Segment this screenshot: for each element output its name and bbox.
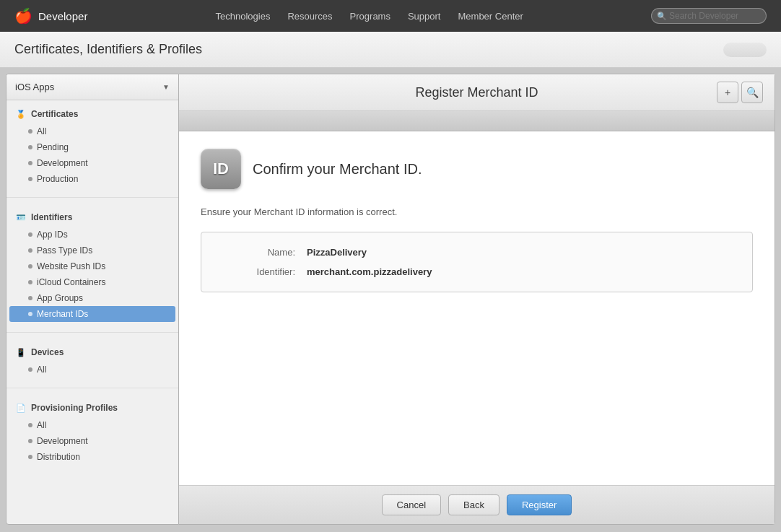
header-actions: + 🔍 (717, 82, 763, 103)
nav-programs[interactable]: Programs (350, 11, 390, 22)
identifier-row: Identifier: merchant.com.pizzadelivery (223, 266, 730, 277)
sidebar-item-provisioning-all[interactable]: All (6, 417, 178, 433)
name-row: Name: PizzaDelivery (223, 247, 730, 258)
confirm-header: ID Confirm your Merchant ID. (201, 149, 753, 189)
bullet-icon (28, 439, 32, 443)
bullet-icon (28, 296, 32, 300)
content-panel: Register Merchant ID + 🔍 ID Confirm your… (179, 74, 775, 525)
content-header: Register Merchant ID + 🔍 (179, 74, 775, 111)
provisioning-icon: 📄 (15, 402, 27, 414)
page-header: Certificates, Identifiers & Profiles (0, 32, 781, 68)
identifiers-section: 🪪 Identifiers App IDs Pass Type IDs Webs… (6, 204, 178, 326)
bullet-icon (28, 312, 32, 316)
merchant-ids-label: Merchant IDs (37, 309, 88, 319)
bullet-icon (28, 129, 32, 134)
page-title: Certificates, Identifiers & Profiles (14, 42, 202, 57)
bullet-icon (28, 248, 32, 253)
identifier-label: Identifier: (223, 266, 295, 277)
sidebar-item-merchant-ids[interactable]: Merchant IDs (9, 306, 175, 322)
sidebar-item-cert-development[interactable]: Development (6, 155, 178, 171)
nav-technologies[interactable]: Technologies (216, 11, 271, 22)
chevron-down-icon: ▼ (162, 83, 170, 91)
provisioning-label: Provisioning Profiles (31, 403, 118, 413)
sidebar-item-cert-all[interactable]: All (6, 123, 178, 139)
nav-resources[interactable]: Resources (287, 11, 332, 22)
apple-logo-icon: 🍎 (14, 7, 32, 25)
search-input[interactable] (651, 8, 767, 24)
cert-pending-label: Pending (37, 142, 69, 152)
sidebar-item-app-groups[interactable]: App Groups (6, 290, 178, 306)
pass-type-ids-label: Pass Type IDs (37, 245, 92, 256)
nav-member-center[interactable]: Member Center (458, 11, 523, 22)
sidebar-item-app-ids[interactable]: App IDs (6, 227, 178, 243)
nav-links: Technologies Resources Programs Support … (109, 11, 629, 22)
bullet-icon (28, 232, 32, 237)
content-body: ID Confirm your Merchant ID. Ensure your… (179, 131, 775, 485)
provisioning-section: 📄 Provisioning Profiles All Development … (6, 394, 178, 469)
sidebar: iOS Apps ▼ 🏅 Certificates All Pending De… (6, 74, 179, 525)
bullet-icon (28, 161, 32, 165)
confirm-info-text: Ensure your Merchant ID information is c… (201, 206, 753, 217)
bullet-icon (28, 423, 32, 427)
bullet-icon (28, 145, 32, 149)
sidebar-item-devices-all[interactable]: All (6, 362, 178, 378)
certificates-icon: 🏅 (15, 108, 27, 120)
certificates-header: 🏅 Certificates (6, 105, 178, 123)
certificates-label: Certificates (31, 109, 78, 119)
sidebar-item-website-push-ids[interactable]: Website Push IDs (6, 258, 178, 274)
main-container: iOS Apps ▼ 🏅 Certificates All Pending De… (0, 68, 781, 531)
sidebar-item-provisioning-development[interactable]: Development (6, 433, 178, 449)
dropdown-label: iOS Apps (15, 82, 54, 92)
sidebar-item-provisioning-distribution[interactable]: Distribution (6, 449, 178, 465)
logo-area: 🍎 Developer (14, 7, 87, 25)
add-button[interactable]: + (717, 82, 738, 103)
content-title: Register Merchant ID (237, 85, 717, 100)
bullet-icon (28, 280, 32, 284)
devices-label: Devices (31, 347, 64, 357)
sidebar-item-cert-production[interactable]: Production (6, 171, 178, 187)
register-button[interactable]: Register (507, 494, 572, 515)
details-box: Name: PizzaDelivery Identifier: merchant… (201, 232, 753, 292)
sidebar-item-pass-type-ids[interactable]: Pass Type IDs (6, 243, 178, 258)
certificates-section: 🏅 Certificates All Pending Development P… (6, 100, 178, 191)
identifiers-label: Identifiers (31, 212, 72, 222)
cert-production-label: Production (37, 174, 78, 184)
devices-all-label: All (37, 365, 46, 375)
icloud-containers-label: iCloud Containers (37, 277, 105, 287)
name-label: Name: (223, 247, 295, 258)
bullet-icon (28, 177, 32, 181)
back-button[interactable]: Back (448, 494, 499, 515)
provisioning-header: 📄 Provisioning Profiles (6, 398, 178, 417)
nav-support[interactable]: Support (408, 11, 441, 22)
name-value: PizzaDelivery (307, 247, 367, 258)
user-avatar (723, 43, 767, 57)
search-button[interactable]: 🔍 (741, 82, 763, 103)
content-subheader (179, 111, 775, 131)
cancel-button[interactable]: Cancel (382, 494, 441, 515)
provisioning-distribution-label: Distribution (37, 452, 80, 462)
search-wrapper: 🔍 (651, 8, 767, 24)
bullet-icon (28, 264, 32, 269)
cert-development-label: Development (37, 158, 88, 168)
cert-all-label: All (37, 126, 46, 136)
top-navigation: 🍎 Developer Technologies Resources Progr… (0, 0, 781, 32)
provisioning-all-label: All (37, 420, 46, 430)
content-footer: Cancel Back Register (179, 485, 775, 524)
devices-section: 📱 Devices All (6, 339, 178, 382)
bullet-icon (28, 367, 32, 372)
provisioning-development-label: Development (37, 436, 88, 446)
developer-label: Developer (38, 10, 87, 22)
app-ids-label: App IDs (37, 230, 68, 240)
ios-apps-dropdown[interactable]: iOS Apps ▼ (6, 74, 178, 100)
identifier-value: merchant.com.pizzadelivery (307, 266, 432, 277)
id-icon-text: ID (213, 160, 229, 178)
devices-header: 📱 Devices (6, 343, 178, 362)
sidebar-item-cert-pending[interactable]: Pending (6, 139, 178, 155)
identifiers-icon: 🪪 (15, 212, 27, 223)
confirm-heading: Confirm your Merchant ID. (253, 161, 422, 178)
divider (6, 332, 178, 333)
devices-icon: 📱 (15, 346, 27, 358)
sidebar-item-icloud-containers[interactable]: iCloud Containers (6, 274, 178, 290)
divider (6, 388, 178, 388)
id-icon: ID (201, 149, 241, 189)
